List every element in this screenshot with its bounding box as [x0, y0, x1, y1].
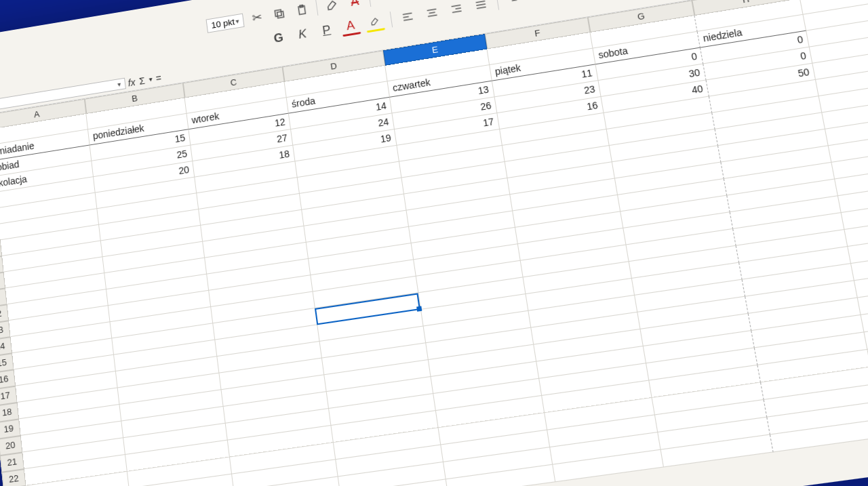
svg-line-15 [476, 1, 486, 3]
highlight-icon[interactable] [364, 12, 386, 33]
separator [496, 0, 499, 10]
italic-button[interactable]: K [292, 23, 313, 44]
align-top-icon[interactable] [503, 0, 526, 10]
svg-rect-0 [277, 12, 284, 18]
separator [368, 0, 371, 7]
redo-icon[interactable]: ↷ [397, 0, 419, 3]
format-brush-icon[interactable] [321, 0, 342, 16]
clear-format-icon[interactable]: A̶ [344, 0, 366, 12]
bold-button[interactable]: G [268, 27, 289, 48]
svg-line-7 [403, 16, 409, 17]
align-middle-icon[interactable] [528, 0, 550, 6]
align-left-icon[interactable] [397, 6, 418, 28]
svg-line-6 [403, 13, 412, 14]
chevron-down-icon: ▾ [117, 81, 121, 88]
fx-icon[interactable]: fx [127, 77, 136, 88]
copy-icon[interactable] [269, 3, 290, 24]
align-bottom-icon[interactable] [553, 0, 575, 2]
align-justify-icon[interactable] [470, 0, 492, 16]
svg-line-9 [427, 9, 436, 10]
svg-line-10 [429, 12, 435, 13]
chevron-down-icon: ▾ [235, 17, 239, 24]
svg-line-12 [452, 5, 460, 6]
sigma-icon[interactable]: Σ [138, 75, 145, 87]
svg-line-16 [476, 4, 486, 5]
align-right-icon[interactable] [446, 0, 467, 20]
app-window: Style Arkusz Dane Narzędzia Okno Pomoc 1… [0, 0, 868, 486]
svg-line-17 [477, 7, 486, 8]
paste-icon[interactable] [292, 0, 313, 21]
align-center-icon[interactable] [421, 2, 443, 24]
underline-button[interactable]: P [316, 20, 337, 41]
svg-line-8 [403, 19, 412, 20]
svg-line-13 [456, 8, 461, 9]
formula-controls: fx Σ ▾ = [127, 73, 162, 88]
svg-line-11 [428, 15, 437, 16]
svg-rect-1 [275, 9, 282, 16]
separator [316, 0, 319, 16]
row-header[interactable]: 22 [1, 469, 26, 486]
font-size-value: 10 pkt [211, 16, 235, 30]
undo-icon[interactable]: ↶ [374, 0, 396, 7]
font-color-icon[interactable]: A [340, 16, 361, 37]
cut-icon[interactable]: ✂ [247, 7, 268, 28]
font-size-select[interactable]: 10 pkt ▾ [205, 13, 244, 33]
chevron-down-icon[interactable]: ▾ [149, 75, 153, 83]
separator [390, 12, 393, 27]
equals-icon[interactable]: = [155, 73, 162, 84]
svg-line-20 [512, 0, 517, 1]
svg-line-14 [452, 11, 462, 12]
